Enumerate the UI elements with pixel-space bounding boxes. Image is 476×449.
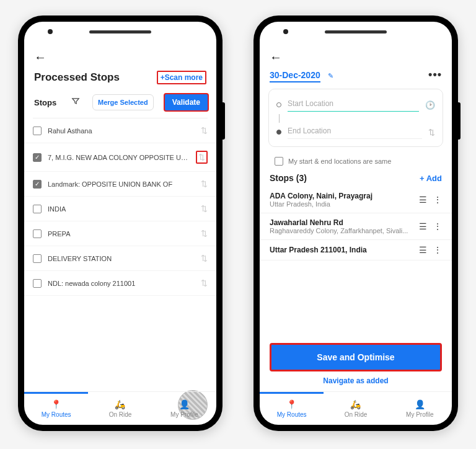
- drag-handle-icon[interactable]: ⇅: [201, 179, 208, 189]
- screen-left: ← Processed Stops +Scan more Stops Merge…: [24, 22, 216, 425]
- nav-on-ride[interactable]: 🛵 On Ride: [88, 392, 152, 425]
- list-item[interactable]: ✓ 7, M.I.G. NEW ADA COLONY OPPOSITE UNIO…: [24, 143, 216, 172]
- nav-label: My Routes: [42, 411, 71, 418]
- page-title: Processed Stops: [34, 71, 120, 84]
- drag-handle-icon[interactable]: ☰: [419, 195, 427, 205]
- drag-handle-icon[interactable]: ☰: [419, 245, 427, 255]
- kebab-icon[interactable]: ⋮: [433, 245, 442, 255]
- nav-label: My Routes: [277, 411, 307, 418]
- checkbox[interactable]: ✓: [33, 153, 42, 162]
- address-line1: ADA Colony, Naini, Prayagraj: [270, 192, 413, 200]
- drag-handle-icon[interactable]: ⇅: [201, 254, 208, 263]
- drag-handle-icon[interactable]: ⇅: [196, 151, 208, 164]
- start-location-row[interactable]: Start Location 🕑: [276, 96, 435, 114]
- phone-left: ← Processed Stops +Scan more Stops Merge…: [18, 16, 223, 431]
- address-text: Jawaharlal Nehru Rd Raghavareddy Colony,…: [270, 218, 413, 234]
- start-location-input[interactable]: Start Location: [288, 98, 419, 112]
- filter-icon[interactable]: [71, 97, 80, 108]
- title-row: Processed Stops +Scan more: [24, 68, 216, 89]
- pencil-icon[interactable]: ✎: [328, 72, 333, 79]
- address-line1: Uttar Pradesh 211001, India: [270, 246, 413, 254]
- list-item[interactable]: Jawaharlal Nehru Rd Raghavareddy Colony,…: [260, 213, 452, 240]
- nav-my-routes[interactable]: 📍 My Routes: [24, 392, 88, 425]
- nav-indicator: [24, 392, 88, 394]
- person-icon: 👤: [179, 399, 190, 409]
- checkbox[interactable]: [33, 229, 42, 238]
- nav-my-profile[interactable]: 👤 My Profile: [152, 392, 216, 425]
- more-icon[interactable]: •••: [428, 68, 442, 81]
- add-stop-button[interactable]: + Add: [420, 174, 442, 183]
- drag-handle-icon[interactable]: ⇅: [201, 278, 208, 288]
- stop-text: 7, M.I.G. NEW ADA COLONY OPPOSITE UNION …: [48, 154, 190, 161]
- nav-label: My Profile: [170, 411, 198, 418]
- back-icon[interactable]: ←: [270, 50, 282, 64]
- same-location-label: My start & end locations are same: [288, 158, 391, 165]
- checkbox[interactable]: [275, 157, 283, 166]
- list-item[interactable]: ✓ Landmark: OPPOSITE UNION BANK OF ⇅: [24, 172, 216, 197]
- pin-icon: 📍: [51, 399, 61, 409]
- stops-heading: Stops (3): [270, 173, 307, 183]
- person-icon: 👤: [415, 399, 425, 409]
- connector-line: [279, 114, 280, 123]
- bottom-nav: 📍 My Routes 🛵 On Ride 👤 My Profile: [260, 391, 452, 425]
- list-item[interactable]: Rahul Asthana ⇅: [24, 118, 216, 143]
- validate-button[interactable]: Validate: [164, 93, 209, 112]
- checkbox[interactable]: [33, 127, 42, 135]
- date-row: 30-Dec-2020 ✎ •••: [260, 68, 452, 86]
- clock-icon[interactable]: 🕑: [425, 100, 435, 110]
- nav-indicator: [260, 392, 324, 394]
- list-item[interactable]: PREPA ⇅: [24, 221, 216, 246]
- drag-handle-icon[interactable]: ⇅: [201, 229, 208, 238]
- address-line1: Jawaharlal Nehru Rd: [270, 218, 413, 227]
- kebab-icon[interactable]: ⋮: [433, 195, 442, 205]
- navigate-as-added-link[interactable]: Navigate as added: [270, 371, 442, 388]
- end-dot-icon: [276, 130, 281, 135]
- nav-label: On Ride: [109, 411, 132, 418]
- list-item[interactable]: INDIA ⇅: [24, 197, 216, 221]
- scooter-icon: 🛵: [115, 399, 125, 409]
- same-location-row[interactable]: My start & end locations are same: [260, 152, 452, 168]
- checkbox[interactable]: [33, 279, 42, 288]
- header: ←: [24, 47, 216, 68]
- back-icon[interactable]: ←: [34, 50, 46, 64]
- swap-icon[interactable]: ⇅: [428, 128, 435, 137]
- checkbox[interactable]: ✓: [33, 180, 42, 189]
- drag-handle-icon[interactable]: ☰: [419, 221, 427, 231]
- checkbox[interactable]: [33, 205, 42, 213]
- header: ←: [260, 47, 452, 68]
- nav-my-routes[interactable]: 📍 My Routes: [260, 392, 324, 425]
- stops-label: Stops: [34, 98, 56, 107]
- list-item[interactable]: DELIVERY STATION ⇅: [24, 246, 216, 271]
- stop-text: Landmark: OPPOSITE UNION BANK OF: [48, 180, 195, 188]
- phone-right: ← 30-Dec-2020 ✎ ••• Start Location 🕑: [253, 16, 458, 431]
- pin-icon: 📍: [286, 399, 297, 409]
- drag-handle-icon[interactable]: ⇅: [201, 126, 208, 135]
- checkbox[interactable]: [33, 254, 42, 263]
- nav-my-profile[interactable]: 👤 My Profile: [388, 392, 452, 425]
- end-location-row[interactable]: End Location ⇅: [276, 123, 435, 141]
- location-card: Start Location 🕑 End Location ⇅: [268, 89, 443, 147]
- drag-handle-icon[interactable]: ⇅: [201, 204, 208, 213]
- processed-stops-view: ← Processed Stops +Scan more Stops Merge…: [24, 47, 216, 425]
- address-text: Uttar Pradesh 211001, India: [270, 246, 413, 254]
- route-edit-view: ← 30-Dec-2020 ✎ ••• Start Location 🕑: [260, 47, 452, 425]
- nav-on-ride[interactable]: 🛵 On Ride: [324, 392, 387, 425]
- end-location-input[interactable]: End Location: [288, 125, 422, 139]
- date-block[interactable]: 30-Dec-2020 ✎: [270, 69, 333, 81]
- save-and-optimise-button[interactable]: Save and Optimise: [270, 343, 442, 371]
- merge-selected-button[interactable]: Merge Selected: [92, 94, 154, 110]
- nav-label: My Profile: [406, 411, 433, 418]
- power-button[interactable]: [223, 102, 225, 140]
- list-item[interactable]: NDL: newada colony 211001 ⇅: [24, 271, 216, 296]
- date-link[interactable]: 30-Dec-2020: [270, 70, 320, 82]
- stop-text: Rahul Asthana: [48, 127, 195, 135]
- action-area: Save and Optimise Navigate as added: [260, 337, 452, 391]
- bottom-nav: 📍 My Routes 🛵 On Ride 👤 My Profile: [24, 391, 216, 425]
- power-button[interactable]: [458, 102, 461, 140]
- list-item[interactable]: Uttar Pradesh 211001, India ☰ ⋮: [260, 240, 452, 260]
- kebab-icon[interactable]: ⋮: [433, 221, 442, 231]
- scan-more-button[interactable]: +Scan more: [157, 71, 206, 84]
- stops-heading-row: Stops (3) + Add: [260, 168, 452, 187]
- list-item[interactable]: ADA Colony, Naini, Prayagraj Uttar Prade…: [260, 187, 452, 213]
- scooter-icon: 🛵: [350, 399, 361, 409]
